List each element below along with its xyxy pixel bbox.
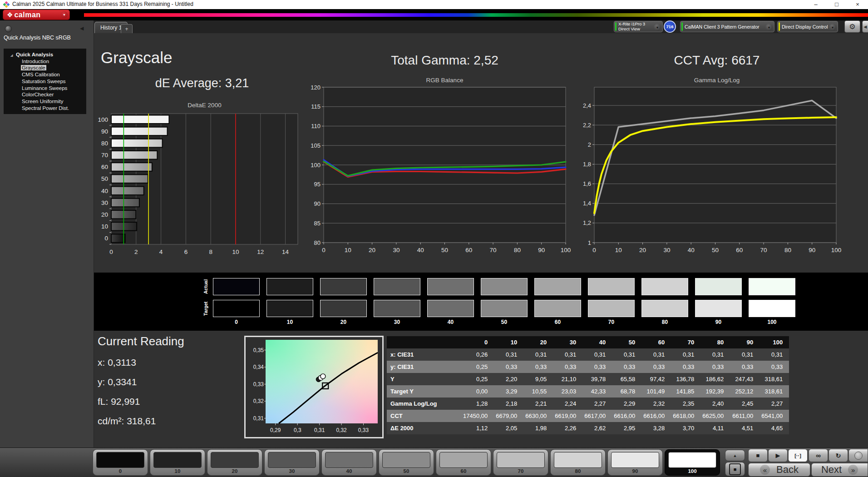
chevron-down-icon[interactable]: ▼: [654, 24, 661, 31]
pattern-level-button-50[interactable]: 50: [379, 449, 434, 476]
svg-text:1,2: 1,2: [583, 219, 591, 226]
band-target-swatch-80: [641, 300, 688, 317]
level-label: 0: [93, 468, 148, 474]
infinity-icon: ∞: [816, 452, 821, 459]
band-level-label: 40: [427, 319, 474, 325]
svg-text:100: 100: [561, 247, 571, 253]
table-row-label: ΔE 2000: [387, 422, 463, 434]
svg-text:1: 1: [588, 239, 591, 246]
play-button[interactable]: ▶: [768, 449, 788, 462]
pattern-level-button-100[interactable]: 100: [665, 449, 720, 476]
pattern-level-button-20[interactable]: 20: [207, 449, 262, 476]
pattern-level-button-90[interactable]: 90: [607, 449, 663, 476]
table-cell: 1,98: [523, 422, 553, 434]
svg-text:2,2: 2,2: [583, 122, 591, 129]
next-button[interactable]: Next »: [811, 463, 868, 477]
meter-selector[interactable]: X-Rite i1Pro 3 Direct View ▼: [614, 21, 663, 32]
table-cell: 0,31: [523, 348, 553, 361]
refresh-button[interactable]: ↻: [829, 449, 848, 462]
svg-text:30: 30: [393, 247, 399, 253]
table-cell: 17450,00: [463, 410, 494, 422]
band-target-swatch-20: [320, 300, 367, 317]
sidebar-item-screen-uniformity[interactable]: Screen Uniformity: [4, 98, 86, 105]
table-cell: 186,62: [700, 373, 730, 385]
band-level-label: 50: [481, 319, 528, 325]
table-cell: 2,35: [671, 398, 700, 410]
sidebar-item-colorchecker[interactable]: ColorChecker: [4, 91, 86, 98]
svg-text:105: 105: [311, 142, 321, 149]
calman-menu-chevron-icon[interactable]: ▼: [61, 11, 68, 18]
pattern-level-button-40[interactable]: 40: [321, 449, 377, 476]
stop-button[interactable]: ■: [748, 449, 768, 462]
svg-text:10: 10: [232, 248, 239, 255]
toolbar-collapse-button[interactable]: ◀: [862, 20, 868, 33]
svg-text:60: 60: [101, 164, 108, 170]
tab-add-button[interactable]: +: [121, 24, 133, 34]
table-cell: 6616,00: [641, 410, 671, 422]
band-column-80: 80: [641, 273, 688, 325]
table-cell: 2,21: [523, 398, 553, 410]
settings-gear-button[interactable]: ⚙: [844, 20, 860, 33]
meter-selector-label: X-Rite i1Pro 3 Direct View: [618, 22, 654, 31]
table-column-header: 100: [760, 336, 789, 348]
table-cell: 2,32: [641, 398, 671, 410]
table-cell: 3,28: [641, 422, 671, 434]
sidebar-item-cms-calibration[interactable]: CMS Calibration: [4, 71, 86, 78]
pattern-level-button-0[interactable]: 0: [93, 449, 148, 476]
table-cell: 2,05: [494, 422, 523, 434]
back-button[interactable]: « Back: [748, 463, 810, 477]
pattern-level-button-80[interactable]: 80: [550, 449, 606, 476]
table-row: Gamma Log/Log1,282,182,212,242,272,292,3…: [387, 398, 789, 410]
band-actual-swatch-70: [588, 278, 635, 295]
workflow-status-icon[interactable]: [5, 25, 12, 32]
pattern-level-button-60[interactable]: 60: [436, 449, 491, 476]
svg-text:4: 4: [159, 248, 163, 255]
table-cell: 2,45: [730, 398, 760, 410]
level-label: 90: [608, 468, 662, 474]
close-icon[interactable]: ×: [847, 0, 868, 9]
display-control-selector[interactable]: Direct Display Control ▼: [777, 21, 838, 32]
read-once-button[interactable]: [··]: [788, 449, 808, 462]
table-cell: 0,31: [553, 348, 582, 361]
calman-menu-button[interactable]: ❖ calman ▼: [3, 10, 70, 20]
current-reading-title: Current Reading: [98, 334, 184, 348]
table-cell: 0,33: [553, 361, 582, 373]
pattern-window-button[interactable]: ■: [725, 462, 745, 476]
chevron-down-icon[interactable]: ▼: [829, 24, 836, 31]
table-column-header: [387, 336, 463, 348]
sidebar-item-saturation-sweeps[interactable]: Saturation Sweeps: [4, 78, 86, 85]
continuous-measure-button[interactable]: ∞: [809, 449, 828, 462]
sidebar-item-grayscale[interactable]: Grayscale: [4, 65, 86, 71]
restore-icon[interactable]: □: [826, 0, 847, 9]
table-cell: 0,00: [463, 385, 494, 398]
pattern-generator-selector[interactable]: CalMAN Client 3 Pattern Generator ▼: [680, 21, 774, 32]
level-label: 20: [207, 468, 262, 474]
chevron-down-icon[interactable]: ▼: [765, 24, 773, 31]
svg-text:0: 0: [109, 248, 113, 255]
minimize-icon[interactable]: –: [805, 0, 826, 9]
pattern-up-button[interactable]: ▲: [725, 450, 745, 461]
sidebar-item-introduction[interactable]: Introduction: [4, 58, 86, 65]
level-swatch: [439, 452, 488, 468]
band-column-100: 100: [749, 273, 795, 325]
pattern-level-button-10[interactable]: 10: [150, 449, 205, 476]
band-level-label: 10: [266, 319, 313, 325]
tree-root-quick-analysis[interactable]: ◢Quick Analysis: [4, 51, 86, 58]
sidebar-item-luminance-sweeps[interactable]: Luminance Sweeps: [4, 85, 86, 92]
meter-position-button[interactable]: [848, 449, 868, 462]
pattern-level-button-30[interactable]: 30: [264, 449, 320, 476]
tree-expanded-icon[interactable]: ◢: [10, 52, 13, 59]
svg-text:90: 90: [314, 200, 321, 207]
table-column-header: 40: [582, 336, 612, 348]
table-row-label: x: CIE31: [387, 348, 463, 361]
sidebar-collapse-icon[interactable]: ◀: [80, 25, 84, 31]
svg-text:80: 80: [514, 247, 521, 253]
pattern-level-button-70[interactable]: 70: [493, 449, 548, 476]
band-column-50: 50: [481, 273, 528, 325]
table-row: x: CIE310,260,310,310,310,310,310,310,31…: [387, 348, 789, 361]
sidebar-item-spectral-power-dist-[interactable]: Spectral Power Dist.: [4, 105, 86, 112]
band-column-30: 30: [374, 273, 420, 325]
table-cell: 6625,00: [700, 410, 730, 422]
table-column-header: 30: [553, 336, 582, 348]
table-cell: 141,85: [671, 385, 700, 398]
